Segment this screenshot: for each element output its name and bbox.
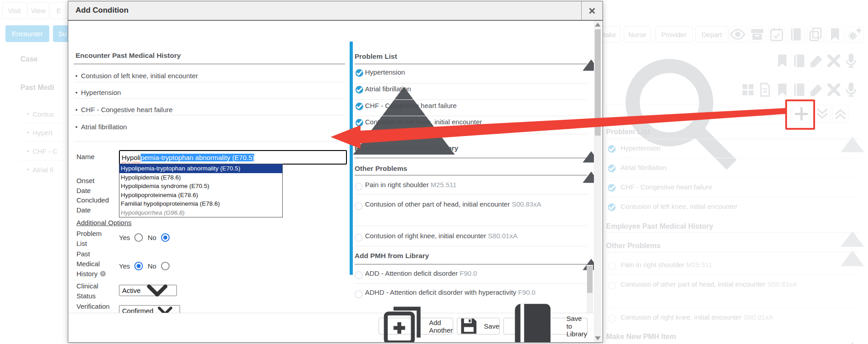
clinical-status-value: Active	[122, 287, 141, 294]
item-text: ADHD - Attention deficit disorder with h…	[365, 288, 516, 296]
problem-list-yes-radio[interactable]	[134, 233, 143, 242]
suggestion-item[interactable]: Hypolipemia-tryptophan abnormality (E70.…	[119, 164, 282, 173]
suggestion-dropdown: Hypolipemia-tryptophan abnormality (E70.…	[119, 164, 283, 217]
encounter-pmh-title[interactable]: Encounter Past Medical History	[76, 52, 181, 60]
problem-list-item[interactable]: CHF - Congestive heart failure	[365, 99, 548, 113]
problem-list-item[interactable]: Atrial fibrillation	[365, 82, 548, 96]
empty-circle-icon	[355, 234, 363, 242]
item-text: Contusion of right knee, initial encount…	[365, 232, 486, 240]
save-to-library-label: Save to Library	[566, 315, 587, 338]
problem-list-section-title[interactable]: Problem List	[355, 52, 397, 61]
suggestion-item[interactable]: Hypolipidemia syndrome (E70.5)	[119, 182, 282, 191]
item-text: ADD - Attention deficit disorder	[365, 269, 458, 277]
encounter-pmh-item: Contusion of left knee, initial encounte…	[81, 72, 198, 80]
item-code: F90.0	[460, 269, 477, 277]
other-problem-item[interactable]: Pain in right shoulder M25.511	[365, 178, 548, 192]
past-medical-history-label: Past Medical History?	[76, 249, 109, 279]
close-button[interactable]	[581, 1, 602, 20]
modal-header: Add Condition	[68, 1, 602, 21]
suggestion-item[interactable]: Hypoliquorrhea (G96.8)	[119, 208, 282, 217]
svg-text:?: ?	[102, 272, 104, 276]
employee-pmh-section-title[interactable]: Employee Past Medical History	[355, 144, 458, 152]
modal-body: Encounter Past Medical History Contusion…	[68, 21, 602, 342]
library-section-title[interactable]: Add PMH from Library	[355, 252, 429, 260]
yes-label: Yes	[119, 262, 130, 270]
library-book-icon	[504, 297, 563, 342]
library-item[interactable]: ADD - Attention deficit disorder F90.0	[365, 266, 548, 281]
close-icon	[588, 7, 596, 14]
suggestion-item[interactable]: Hypolipidemia (E78.6)	[119, 173, 282, 182]
suggestion-item[interactable]: Familial hypolipoproteinemia (E78.6)	[119, 199, 282, 208]
problem-list-radio-group: Yes No	[119, 233, 170, 242]
empty-circle-icon	[355, 183, 363, 191]
item-text: Contusion of other part of head, initial…	[365, 200, 510, 208]
add-condition-modal: Add Condition Encounter Past Medical His…	[68, 1, 603, 343]
other-problem-item[interactable]: Contusion of other part of head, initial…	[365, 197, 548, 212]
add-another-icon	[379, 303, 425, 342]
scroll-down-icon[interactable]	[594, 335, 602, 342]
check-circle-icon	[356, 119, 363, 127]
typed-text: Hypoli	[122, 154, 141, 161]
suggestion-item[interactable]: Hypolipoproteinemia (E78.6)	[119, 191, 282, 200]
empty-circle-icon	[355, 202, 363, 210]
help-icon[interactable]: ?	[100, 270, 106, 277]
modal-scrollbar-thumb[interactable]	[595, 29, 601, 136]
encounter-pmh-item: CHF - Congestive heart failure	[81, 106, 173, 113]
empty-circle-icon	[355, 290, 363, 298]
onset-date-label: Onset Date	[76, 176, 109, 196]
problem-list-label: Problem List	[76, 229, 109, 249]
additional-options-link[interactable]: Additional Options	[76, 219, 132, 226]
column-divider	[350, 42, 353, 275]
encounter-pmh-item: Hypertension	[81, 89, 121, 96]
modal-title: Add Condition	[76, 6, 128, 15]
other-problems-section-title[interactable]: Other Problems	[355, 165, 407, 173]
add-another-button[interactable]: Add Another	[379, 318, 453, 335]
autocomplete-selection: pemia-tryptophan abnormality (E70.5)	[141, 154, 255, 161]
app-root: Visit View E Encounter Su Case Past Medi…	[0, 0, 868, 344]
problem-list-no-radio[interactable]	[161, 233, 170, 242]
condition-name-input[interactable]: Hypolipemia-tryptophan abnormality (E70.…	[119, 150, 347, 165]
add-another-label: Add Another	[429, 319, 453, 334]
yes-label: Yes	[119, 234, 130, 241]
library-scrollbar-thumb[interactable]	[587, 266, 593, 293]
empty-circle-icon	[355, 271, 363, 279]
scroll-up-icon[interactable]	[594, 21, 602, 28]
item-code: M25.511	[431, 181, 456, 188]
check-circle-icon	[356, 69, 363, 77]
item-code: S00.83xA	[512, 200, 541, 208]
save-to-library-button[interactable]: Save to Library	[503, 318, 588, 335]
modal-footer: Add Another Save Save to Library	[68, 313, 594, 342]
save-button[interactable]: Save	[457, 318, 500, 335]
pmh-yes-radio[interactable]	[134, 262, 143, 270]
problem-list-item[interactable]: Contusion of left knee, initial encounte…	[365, 115, 548, 129]
clinical-status-select[interactable]: Active	[119, 285, 177, 296]
other-problem-item[interactable]: Contusion of right knee, initial encount…	[365, 229, 548, 243]
save-icon	[457, 315, 480, 338]
encounter-pmh-item: Atrial fibrillation	[81, 123, 127, 131]
no-label: No	[147, 234, 156, 241]
item-code: S80.01xA	[488, 232, 517, 240]
no-label: No	[147, 262, 156, 270]
save-label: Save	[484, 322, 499, 330]
check-circle-icon	[356, 86, 363, 94]
pmh-no-radio[interactable]	[161, 262, 170, 270]
pmh-radio-group: Yes No	[119, 262, 170, 270]
clinical-status-label: Clinical Status	[76, 281, 109, 301]
check-circle-icon	[356, 103, 363, 110]
problem-list-item[interactable]: Hypertension	[365, 65, 548, 80]
modal-scrollbar[interactable]	[594, 21, 602, 342]
name-label: Name	[76, 152, 109, 162]
item-code: F90.0	[518, 288, 535, 296]
concluded-date-label: Concluded Date	[76, 195, 109, 215]
item-text: Pain in right shoulder	[365, 181, 429, 188]
pmh-label-text: Past Medical History	[76, 250, 100, 278]
